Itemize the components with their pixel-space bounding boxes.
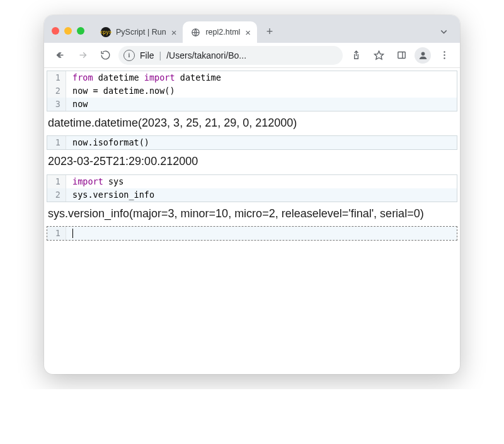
code-line[interactable]: 2now = datetime.now(): [47, 84, 457, 98]
code-line[interactable]: 1now.isoformat(): [47, 136, 457, 149]
code-text[interactable]: from datetime import datetime: [66, 71, 457, 84]
tab-title: repl2.html: [205, 28, 240, 37]
window-zoom-button[interactable]: [77, 27, 84, 35]
code-line[interactable]: 1from datetime import datetime: [47, 71, 457, 84]
svg-point-6: [421, 52, 425, 56]
share-button[interactable]: [346, 46, 365, 65]
url-path: /Users/takanori/Bo...: [166, 50, 246, 60]
reload-button[interactable]: [96, 46, 115, 65]
new-tab-button[interactable]: +: [261, 23, 278, 40]
page-content: 1from datetime import datetime2now = dat…: [44, 68, 460, 374]
tab-close-icon[interactable]: ×: [171, 28, 177, 37]
url-separator: |: [159, 50, 162, 60]
tab-title: PyScript | Run: [116, 28, 166, 37]
code-line[interactable]: 3now: [47, 98, 457, 111]
svg-rect-4: [398, 52, 404, 59]
tab-close-icon[interactable]: ×: [245, 28, 251, 37]
svg-marker-3: [374, 51, 383, 59]
code-cell[interactable]: 1import sys2sys.version_info: [47, 174, 457, 202]
line-number: 1: [47, 227, 66, 240]
code-text[interactable]: [66, 227, 457, 240]
text-caret: [72, 229, 73, 238]
address-bar[interactable]: i File | /Users/takanori/Bo...: [118, 46, 343, 65]
window-minimize-button[interactable]: [64, 27, 72, 35]
menu-button[interactable]: [435, 46, 454, 65]
browser-window: <py> PyScript | Run × repl2.html × +: [44, 15, 460, 374]
code-line[interactable]: 2sys.version_info: [47, 188, 457, 202]
code-text[interactable]: now: [66, 98, 457, 111]
cell-output: datetime.datetime(2023, 3, 25, 21, 29, 0…: [47, 113, 457, 135]
svg-point-9: [444, 57, 445, 59]
back-button[interactable]: [50, 46, 69, 65]
tab-repl2[interactable]: repl2.html ×: [183, 21, 257, 43]
forward-button[interactable]: [73, 46, 92, 65]
bookmark-button[interactable]: [369, 46, 388, 65]
toolbar: i File | /Users/takanori/Bo...: [44, 43, 460, 68]
profile-button[interactable]: [415, 47, 431, 64]
code-text[interactable]: now.isoformat(): [66, 136, 457, 149]
cell-output: sys.version_info(major=3, minor=10, micr…: [47, 203, 457, 226]
file-favicon-icon: [190, 27, 200, 37]
line-number: 1: [47, 71, 66, 84]
code-line[interactable]: 1: [47, 227, 457, 240]
code-line[interactable]: 1import sys: [47, 175, 457, 188]
cell-output: 2023-03-25T21:29:00.212000: [47, 151, 457, 174]
site-info-icon[interactable]: i: [123, 50, 135, 61]
window-close-button[interactable]: [52, 27, 59, 35]
line-number: 1: [47, 175, 66, 188]
svg-point-8: [444, 54, 445, 55]
code-cell[interactable]: 1now.isoformat(): [47, 135, 457, 150]
svg-point-7: [444, 51, 445, 52]
line-number: 1: [47, 136, 66, 149]
tab-strip: <py> PyScript | Run × repl2.html × +: [44, 15, 460, 43]
traffic-lights: [52, 27, 84, 35]
code-text[interactable]: sys.version_info: [66, 188, 457, 202]
tabs-menu-button[interactable]: [432, 26, 455, 37]
code-text[interactable]: now = datetime.now(): [66, 84, 457, 98]
pyscript-favicon-icon: <py>: [101, 27, 111, 37]
url-scheme-label: File: [140, 50, 154, 60]
code-text[interactable]: import sys: [66, 175, 457, 188]
side-panel-button[interactable]: [392, 46, 411, 65]
tab-pyscript[interactable]: <py> PyScript | Run ×: [93, 21, 183, 43]
code-cell[interactable]: 1from datetime import datetime2now = dat…: [47, 71, 457, 111]
code-cell[interactable]: 1: [47, 226, 457, 241]
line-number: 2: [47, 84, 66, 98]
line-number: 3: [47, 98, 66, 111]
line-number: 2: [47, 188, 66, 202]
